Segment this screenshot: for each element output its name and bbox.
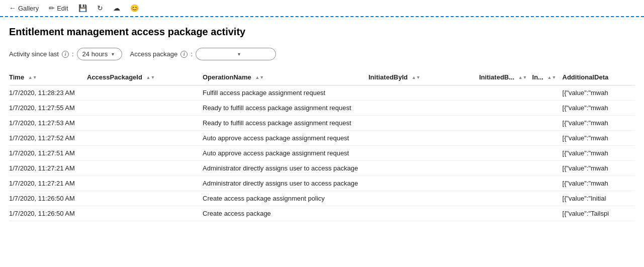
cell-initbyid — [369, 116, 479, 131]
edit-button[interactable]: ✏ Edit — [47, 3, 70, 13]
activity-colon: : — [72, 50, 74, 58]
data-table: Time ▲▼ AccessPackageId ▲▼ OperationName… — [9, 69, 635, 221]
table-row: 1/7/2020, 11:27:51 AMAuto approve access… — [9, 146, 635, 161]
upload-icon: ☁ — [113, 4, 120, 12]
package-select[interactable]: ▾ — [196, 48, 276, 60]
cell-pkgid — [87, 116, 203, 131]
col-header-pkgid[interactable]: AccessPackageId ▲▼ — [87, 69, 203, 85]
cell-opname: Auto approve access package assignment r… — [203, 146, 369, 161]
table-body: 1/7/2020, 11:28:23 AMFulfill access pack… — [9, 85, 635, 221]
cell-time: 1/7/2020, 11:27:21 AM — [9, 176, 87, 191]
cell-time: 1/7/2020, 11:27:53 AM — [9, 116, 87, 131]
cell-in — [532, 101, 563, 116]
table-row: 1/7/2020, 11:27:52 AMAuto approve access… — [9, 131, 635, 146]
sort-icon-initbyid: ▲▼ — [412, 75, 421, 80]
cell-time: 1/7/2020, 11:28:23 AM — [9, 85, 87, 101]
cell-in — [532, 206, 563, 221]
table-row: 1/7/2020, 11:26:50 AMCreate access packa… — [9, 191, 635, 206]
cell-pkgid — [87, 85, 203, 101]
activity-dropdown-arrow: ▾ — [112, 51, 114, 57]
col-header-in[interactable]: In... ▲▼ — [532, 69, 563, 85]
table-row: 1/7/2020, 11:27:21 AMAdministrator direc… — [9, 176, 635, 191]
cell-initbyid — [369, 85, 479, 101]
cell-initbyid — [369, 101, 479, 116]
cell-in — [532, 176, 563, 191]
cell-addl: [{"value":"Initial — [563, 191, 635, 206]
save-button[interactable]: 💾 — [76, 3, 89, 13]
activity-filter-group: Activity since last i : 24 hours ▾ — [9, 48, 122, 60]
cell-addl: [{"value":"mwah — [563, 176, 635, 191]
package-filter-group: Access package i : ▾ — [130, 48, 276, 60]
cell-opname: Create access package assignment policy — [203, 191, 369, 206]
cell-initb — [479, 101, 532, 116]
filters-row: Activity since last i : 24 hours ▾ Acces… — [9, 48, 635, 60]
package-select-value — [201, 50, 234, 58]
cell-addl: [{"value":"mwah — [563, 116, 635, 131]
cell-opname: Administrator directly assigns user to a… — [203, 161, 369, 176]
cell-time: 1/7/2020, 11:27:55 AM — [9, 101, 87, 116]
cell-time: 1/7/2020, 11:27:21 AM — [9, 161, 87, 176]
edit-label: Edit — [57, 5, 68, 12]
sort-icon-initb: ▲▼ — [518, 75, 527, 80]
cell-initbyid — [369, 131, 479, 146]
cell-opname: Ready to fulfill access package assignme… — [203, 116, 369, 131]
table-row: 1/7/2020, 11:28:23 AMFulfill access pack… — [9, 85, 635, 101]
cell-addl: [{"value":"mwah — [563, 146, 635, 161]
cell-pkgid — [87, 206, 203, 221]
toolbar: ← Gallery ✏ Edit 💾 ↻ ☁ 😊 — [0, 0, 644, 17]
col-header-addl[interactable]: AdditionalDeta — [563, 69, 635, 85]
refresh-button[interactable]: ↻ — [95, 3, 105, 13]
table-header-row: Time ▲▼ AccessPackageId ▲▼ OperationName… — [9, 69, 635, 85]
col-header-initbyid[interactable]: InitiatedById ▲▼ — [369, 69, 479, 85]
cell-in — [532, 191, 563, 206]
cell-initbyid — [369, 176, 479, 191]
cell-initb — [479, 131, 532, 146]
refresh-icon: ↻ — [97, 4, 103, 12]
sort-icon-time: ▲▼ — [28, 75, 37, 80]
cell-opname: Fulfill access package assignment reques… — [203, 85, 369, 101]
col-header-opname[interactable]: OperationName ▲▼ — [203, 69, 369, 85]
cell-initbyid — [369, 161, 479, 176]
cell-initb — [479, 85, 532, 101]
table-header: Time ▲▼ AccessPackageId ▲▼ OperationName… — [9, 69, 635, 85]
sort-icon-in: ▲▼ — [547, 75, 557, 80]
cell-initb — [479, 146, 532, 161]
table-row: 1/7/2020, 11:26:50 AMCreate access packa… — [9, 206, 635, 221]
upload-button[interactable]: ☁ — [111, 3, 122, 13]
col-header-time[interactable]: Time ▲▼ — [9, 69, 87, 85]
cell-pkgid — [87, 191, 203, 206]
cell-time: 1/7/2020, 11:27:51 AM — [9, 146, 87, 161]
activity-info-icon[interactable]: i — [62, 51, 69, 58]
activity-filter-label: Activity since last — [9, 50, 59, 58]
cell-time: 1/7/2020, 11:26:50 AM — [9, 206, 87, 221]
back-icon: ← — [9, 4, 16, 12]
cell-initbyid — [369, 206, 479, 221]
sort-icon-opname: ▲▼ — [255, 75, 264, 80]
cell-addl: [{"value":"Tailspi — [563, 206, 635, 221]
cell-pkgid — [87, 176, 203, 191]
cell-time: 1/7/2020, 11:26:50 AM — [9, 191, 87, 206]
cell-in — [532, 161, 563, 176]
activity-select-value: 24 hours — [82, 50, 108, 58]
sort-icon-pkgid: ▲▼ — [146, 75, 155, 80]
col-header-initb[interactable]: InitiatedB... ▲▼ — [479, 69, 532, 85]
back-button[interactable]: ← Gallery — [7, 3, 41, 13]
main-content: Entitlement management access package ac… — [0, 17, 644, 227]
cell-pkgid — [87, 131, 203, 146]
cell-in — [532, 146, 563, 161]
table-row: 1/7/2020, 11:27:21 AMAdministrator direc… — [9, 161, 635, 176]
edit-icon: ✏ — [49, 4, 55, 12]
cell-initb — [479, 191, 532, 206]
save-icon: 💾 — [78, 4, 87, 12]
cell-initb — [479, 206, 532, 221]
cell-in — [532, 85, 563, 101]
cell-pkgid — [87, 101, 203, 116]
cell-opname: Ready to fulfill access package assignme… — [203, 101, 369, 116]
activity-select[interactable]: 24 hours ▾ — [77, 48, 122, 60]
cell-opname: Administrator directly assigns user to a… — [203, 176, 369, 191]
cell-in — [532, 131, 563, 146]
package-info-icon[interactable]: i — [180, 51, 188, 58]
package-colon: : — [191, 50, 193, 58]
package-filter-label: Access package — [130, 50, 178, 58]
emoji-button[interactable]: 😊 — [128, 3, 141, 13]
